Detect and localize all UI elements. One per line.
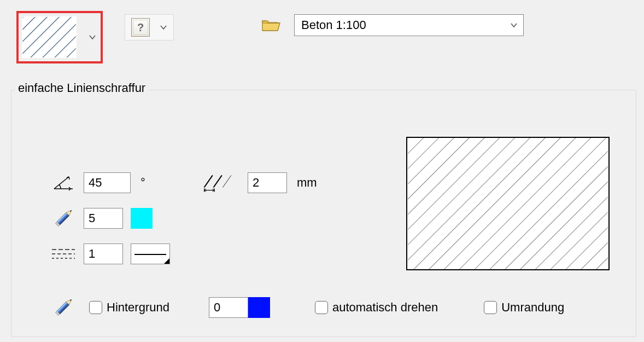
background-color-swatch[interactable]	[248, 297, 270, 318]
hatch-preset-value: Beton 1:100	[301, 18, 366, 32]
spacing-input[interactable]: 2	[248, 172, 287, 193]
angle-value: 45	[89, 176, 102, 190]
svg-rect-1	[22, 17, 75, 57]
svg-rect-29	[57, 302, 69, 314]
help-icon: ?	[131, 18, 150, 37]
hatch-spacing-icon	[196, 173, 240, 192]
auto-rotate-checkbox[interactable]	[315, 301, 328, 314]
svg-rect-8	[57, 212, 69, 225]
spacing-unit: mm	[297, 176, 317, 190]
angle-unit: °	[140, 176, 145, 190]
background-label: Hintergrund	[107, 300, 169, 315]
chevron-down-icon	[510, 21, 518, 29]
hatch-preview	[406, 137, 610, 270]
help-button[interactable]: ?	[125, 14, 174, 40]
pen-color-swatch[interactable]	[131, 208, 153, 229]
angle-icon	[51, 173, 76, 192]
chevron-down-icon	[160, 24, 167, 31]
background-checkbox[interactable]	[89, 301, 102, 314]
dashed-line-icon	[51, 246, 76, 262]
border-label: Umrandung	[501, 300, 564, 315]
hatch-pattern-icon	[22, 16, 77, 58]
border-checkbox[interactable]	[484, 301, 497, 314]
background-pen-input[interactable]: 0	[209, 297, 248, 318]
hatch-properties-group: einfache Linienschraffur 45 °	[11, 90, 636, 337]
chevron-down-icon	[89, 33, 96, 41]
auto-rotate-label: automatisch drehen	[332, 300, 438, 315]
svg-line-4	[223, 175, 231, 187]
hatch-pattern-picker[interactable]	[16, 11, 103, 63]
linetype-picker[interactable]	[131, 244, 170, 264]
background-pen-value: 0	[214, 300, 220, 315]
svg-line-2	[204, 175, 213, 187]
svg-rect-36	[408, 138, 608, 269]
group-title: einfache Linienschraffur	[15, 81, 149, 95]
folder-open-icon[interactable]	[261, 18, 281, 33]
linetype-value: 1	[89, 247, 95, 261]
hatch-preset-select[interactable]: Beton 1:100	[294, 14, 524, 36]
spacing-value: 2	[253, 176, 259, 190]
angle-input[interactable]: 45	[84, 172, 131, 193]
pencil-icon	[51, 209, 76, 228]
pen-number-input[interactable]: 5	[84, 208, 123, 229]
pen-number-value: 5	[89, 211, 95, 225]
linetype-input[interactable]: 1	[84, 244, 123, 264]
svg-line-3	[214, 175, 222, 187]
pencil-icon	[51, 298, 76, 317]
